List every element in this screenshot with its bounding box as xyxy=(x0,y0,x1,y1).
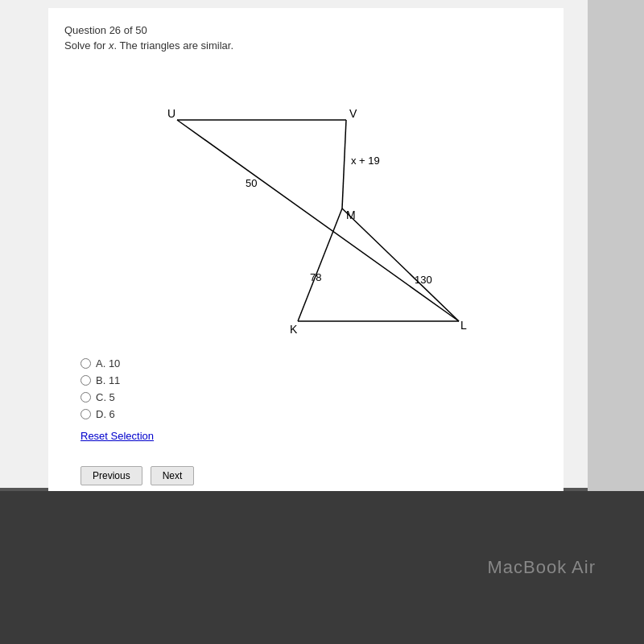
bottom-bar: MacBook Air xyxy=(0,491,644,644)
radio-D[interactable] xyxy=(80,409,91,419)
answer-choices: A. 10 B. 11 C. 5 D. 6 xyxy=(80,357,547,420)
vertex-M: M xyxy=(346,208,356,221)
triangle-svg: U V M K L 50 x + 19 78 130 xyxy=(113,68,499,341)
radio-A[interactable] xyxy=(80,358,91,369)
question-number: Question 26 of 50 xyxy=(64,24,547,36)
svg-line-1 xyxy=(342,120,346,208)
vertex-V: V xyxy=(349,107,357,120)
vertex-U: U xyxy=(167,107,175,120)
label-B: B. 11 xyxy=(96,374,120,386)
vertex-L: L xyxy=(460,319,467,332)
radio-C[interactable] xyxy=(80,392,91,402)
svg-line-5 xyxy=(342,208,459,321)
label-A: A. 10 xyxy=(96,357,120,369)
label-130: 130 xyxy=(415,274,432,286)
answer-option-B: B. 11 xyxy=(80,374,547,386)
next-button[interactable]: Next xyxy=(151,466,195,485)
label-50: 50 xyxy=(246,177,257,189)
label-D: D. 6 xyxy=(96,408,115,420)
label-xplus19: x + 19 xyxy=(351,155,380,167)
answer-option-C: C. 5 xyxy=(80,391,547,403)
label-C: C. 5 xyxy=(96,391,115,403)
svg-line-2 xyxy=(177,120,459,321)
label-78: 78 xyxy=(310,271,321,283)
macbook-brand-label: MacBook Air xyxy=(488,557,597,578)
radio-B[interactable] xyxy=(80,375,91,386)
answer-option-A: A. 10 xyxy=(80,357,547,369)
diagram: U V M K L 50 x + 19 78 130 xyxy=(113,68,499,341)
nav-buttons: Previous Next xyxy=(80,466,547,485)
content-area: Question 26 of 50 Solve for x. The trian… xyxy=(48,8,564,502)
previous-button[interactable]: Previous xyxy=(80,466,142,485)
svg-line-3 xyxy=(298,208,342,321)
answer-option-D: D. 6 xyxy=(80,408,547,420)
reset-selection-link[interactable]: Reset Selection xyxy=(80,430,547,442)
question-text: Solve for x. The triangles are similar. xyxy=(64,39,547,52)
vertex-K: K xyxy=(290,323,298,336)
